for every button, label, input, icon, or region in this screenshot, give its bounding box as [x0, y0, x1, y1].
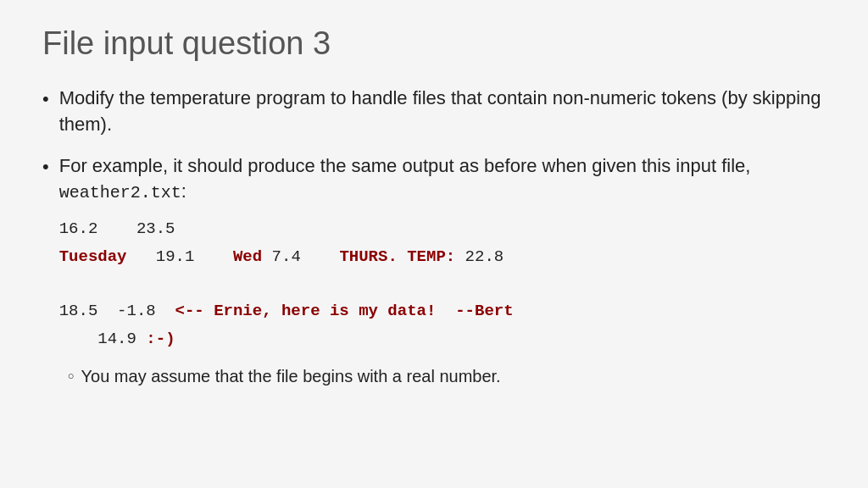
bullet2-text-after: : — [181, 180, 186, 202]
code-149: 14.9 — [59, 330, 147, 348]
code-smiley: :-) — [146, 330, 175, 348]
bullet-text-1: Modify the temperature program to handle… — [59, 86, 826, 138]
code-line-3 — [59, 270, 826, 297]
code-74: 7.4 — [262, 247, 339, 266]
bullet-item-1: • Modify the temperature program to hand… — [42, 86, 826, 138]
code-tuesday: Tuesday — [59, 247, 127, 266]
sub-bullet-dot: ○ — [68, 369, 75, 384]
page-title: File input question 3 — [42, 25, 826, 62]
code-ernie: <-- Ernie, here is my data! --Bert — [175, 302, 514, 320]
sub-note-text: You may assume that the file begins with… — [81, 364, 501, 388]
bullet-item-2: • For example, it should produce the sam… — [42, 153, 826, 388]
code-line-1: 16.2 23.5 — [59, 215, 826, 242]
bullet-list: • Modify the temperature program to hand… — [42, 86, 826, 388]
code-191: 19.1 — [127, 247, 233, 266]
code-thurs-temp: THURS. TEMP: — [339, 247, 455, 266]
code-line-4: 18.5 -1.8 <-- Ernie, here is my data! --… — [59, 297, 826, 324]
code-228: 22.8 — [455, 247, 504, 266]
sub-note: ○ You may assume that the file begins wi… — [68, 364, 826, 388]
code-block: 16.2 23.5 Tuesday 19.1 Wed 7.4 THURS. TE… — [59, 215, 826, 352]
weather-filename: weather2.txt — [59, 183, 181, 202]
bullet-dot-2: • — [42, 154, 49, 180]
bullet2-text-before: For example, it should produce the same … — [59, 155, 751, 176]
bullet-dot-1: • — [42, 86, 49, 113]
code-line-2: Tuesday 19.1 Wed 7.4 THURS. TEMP: 22.8 — [59, 243, 826, 270]
code-line-5: 14.9 :-) — [59, 325, 826, 352]
bullet-text-2: For example, it should produce the same … — [59, 153, 826, 388]
code-185: 18.5 -1.8 — [59, 302, 175, 320]
code-wed: Wed — [233, 247, 262, 266]
